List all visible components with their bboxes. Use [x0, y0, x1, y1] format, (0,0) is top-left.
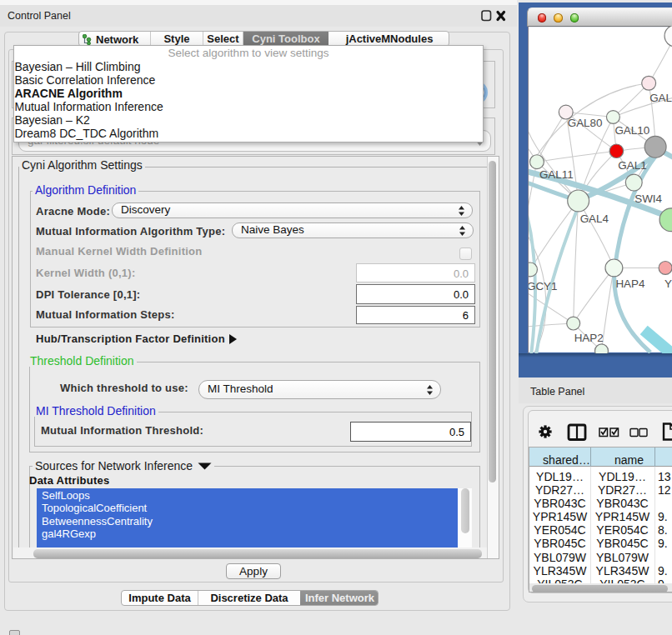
svg-text:GAL2: GAL2	[649, 92, 672, 104]
svg-text:GAL11: GAL11	[539, 168, 574, 181]
svg-text:GAL4: GAL4	[580, 212, 609, 225]
svg-text:GCY1: GCY1	[528, 280, 558, 292]
svg-text:GAL1: GAL1	[618, 159, 646, 172]
svg-text:YM: YM	[664, 278, 672, 290]
svg-text:HAP4: HAP4	[615, 278, 645, 290]
svg-text:SWI4: SWI4	[634, 192, 662, 205]
svg-text:GAL10: GAL10	[614, 124, 649, 137]
svg-text:HAP2: HAP2	[574, 332, 604, 344]
svg-text:GAL80: GAL80	[568, 117, 603, 129]
